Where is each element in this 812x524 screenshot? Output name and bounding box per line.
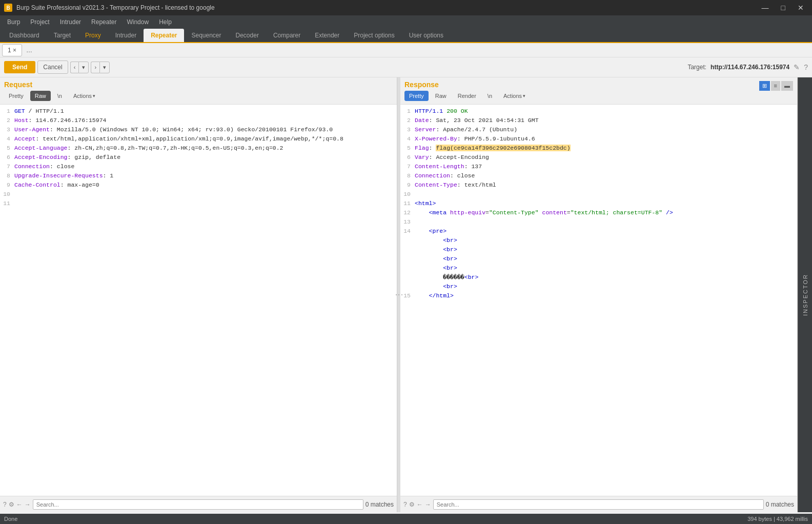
response-tab-actions[interactable]: Actions ▾ bbox=[499, 91, 530, 101]
menu-repeater[interactable]: Repeater bbox=[86, 16, 121, 28]
request-footer: ? ⚙ ← → 0 matches bbox=[0, 496, 397, 512]
resp-line-4: 4 X-Powered-By: PHP/5.5.9-1ubuntu4.6 bbox=[400, 134, 797, 144]
nav-fwd-button[interactable]: › bbox=[91, 62, 99, 73]
response-tab-render[interactable]: Render bbox=[453, 91, 481, 101]
response-title: Response bbox=[404, 80, 439, 89]
response-fwd-icon[interactable]: → bbox=[425, 501, 431, 508]
response-matches-count: 0 matches bbox=[766, 501, 794, 508]
resp-line-11: 11 <html> bbox=[400, 199, 797, 208]
help-icon[interactable]: ? bbox=[804, 63, 808, 71]
request-title: Request bbox=[4, 80, 393, 89]
req-line-1: 1 GET / HTTP/1.1 bbox=[0, 107, 397, 116]
maximize-button[interactable]: □ bbox=[777, 3, 789, 13]
response-tab-newline[interactable]: \n bbox=[483, 91, 497, 101]
title-bar-controls: — □ ✕ bbox=[758, 3, 808, 13]
resp-line-14d: <br> bbox=[400, 264, 797, 273]
nav-fwd-dropdown[interactable]: ▾ bbox=[99, 62, 110, 73]
tab-extender[interactable]: Extender bbox=[308, 29, 347, 42]
request-help-icon[interactable]: ? bbox=[3, 501, 7, 508]
menu-window[interactable]: Window bbox=[121, 16, 154, 28]
resp-line-2: 2 Date: Sat, 23 Oct 2021 04:54:31 GMT bbox=[400, 116, 797, 125]
resp-line-5: 5 Flag: flag(ce9ca14f396c2902e6908043f15… bbox=[400, 144, 797, 153]
status-right: 394 bytes | 43,962 millis bbox=[747, 516, 808, 522]
nav-back-button[interactable]: ‹ bbox=[70, 62, 79, 73]
status-bar: Done 394 bytes | 43,962 millis bbox=[0, 514, 812, 524]
menu-help[interactable]: Help bbox=[154, 16, 177, 28]
resp-line-14c: <br> bbox=[400, 254, 797, 264]
title-bar-title: Burp Suite Professional v2021.3 - Tempor… bbox=[16, 4, 215, 11]
response-tabs: Pretty Raw Render \n Actions ▾ bbox=[404, 91, 793, 101]
req-line-3: 3 User-Agent: Mozilla/5.0 (Windows NT 10… bbox=[0, 125, 397, 134]
req-line-11: 11 bbox=[0, 199, 397, 208]
resp-line-14: 14 <pre> bbox=[400, 227, 797, 236]
response-tab-pretty[interactable]: Pretty bbox=[404, 91, 429, 101]
menu-bar: Burp Project Intruder Repeater Window He… bbox=[0, 15, 812, 29]
request-settings-icon[interactable]: ⚙ bbox=[9, 501, 14, 508]
request-tab-newline[interactable]: \n bbox=[53, 91, 67, 101]
request-fwd-icon[interactable]: → bbox=[25, 501, 31, 508]
tab-comparer[interactable]: Comparer bbox=[266, 29, 308, 42]
response-panel: Response ⊞ ≡ ▬ Pretty Raw Render \n Acti… bbox=[400, 77, 798, 512]
request-tab-pretty[interactable]: Pretty bbox=[4, 91, 28, 101]
tab-sequencer[interactable]: Sequencer bbox=[184, 29, 228, 42]
request-search-input[interactable] bbox=[33, 499, 363, 510]
resp-line-10: 10 bbox=[400, 190, 797, 199]
toolbar: Send Cancel ‹ ▾ › ▾ Target: http://114.6… bbox=[0, 57, 812, 77]
inspector-label: INSPECTOR bbox=[802, 274, 808, 316]
response-settings-icon[interactable]: ⚙ bbox=[409, 501, 415, 508]
inspector-panel[interactable]: INSPECTOR bbox=[798, 77, 812, 512]
target-label: Target: bbox=[687, 64, 706, 71]
nav-back-group: ‹ ▾ bbox=[70, 62, 89, 73]
target-url: http://114.67.246.176:15974 bbox=[710, 64, 789, 71]
request-content: 1 GET / HTTP/1.1 2 Host: 114.67.246.176:… bbox=[0, 105, 397, 496]
request-back-icon[interactable]: ← bbox=[16, 501, 23, 508]
request-matches-count: 0 matches bbox=[366, 501, 394, 508]
tab-target[interactable]: Target bbox=[47, 29, 78, 42]
response-search-input[interactable] bbox=[433, 499, 764, 510]
req-line-7: 7 Connection: close bbox=[0, 162, 397, 171]
menu-intruder[interactable]: Intruder bbox=[55, 16, 86, 28]
menu-burp[interactable]: Burp bbox=[2, 16, 25, 28]
toolbar-right: Target: http://114.67.246.176:15974 ✎ ? bbox=[687, 63, 808, 71]
tab-intruder[interactable]: Intruder bbox=[108, 29, 144, 42]
send-button[interactable]: Send bbox=[4, 61, 35, 73]
req-line-6: 6 Accept-Encoding: gzip, deflate bbox=[0, 153, 397, 162]
cancel-button[interactable]: Cancel bbox=[37, 61, 68, 74]
request-panel-header: Request Pretty Raw \n Actions ▾ bbox=[0, 77, 397, 105]
resp-line-8: 8 Connection: close bbox=[400, 171, 797, 180]
resp-line-15: 15 </html> bbox=[400, 291, 797, 300]
tab-decoder[interactable]: Decoder bbox=[229, 29, 266, 42]
request-tab-actions[interactable]: Actions ▾ bbox=[69, 91, 100, 101]
response-tab-raw[interactable]: Raw bbox=[431, 91, 451, 101]
burp-logo: B bbox=[4, 4, 12, 12]
req-line-9: 9 Cache-Control: max-age=0 bbox=[0, 180, 397, 190]
response-back-icon[interactable]: ← bbox=[417, 501, 423, 508]
view-list-button[interactable]: ≡ bbox=[771, 81, 780, 91]
resp-line-7: 7 Content-Length: 137 bbox=[400, 162, 797, 171]
response-help-icon[interactable]: ? bbox=[403, 501, 407, 508]
tab-proxy[interactable]: Proxy bbox=[78, 29, 108, 42]
sub-tab-more[interactable]: … bbox=[22, 47, 36, 54]
menu-project[interactable]: Project bbox=[25, 16, 54, 28]
minimize-button[interactable]: — bbox=[758, 3, 773, 13]
resp-line-14a: <br> bbox=[400, 236, 797, 245]
view-grid-button[interactable]: ⊞ bbox=[759, 81, 770, 91]
close-button[interactable]: ✕ bbox=[794, 3, 808, 13]
response-content: 1 HTTP/1.1 200 OK 2 Date: Sat, 23 Oct 20… bbox=[400, 105, 797, 496]
tab-project-options[interactable]: Project options bbox=[347, 29, 401, 42]
divider-dots: ⋮ bbox=[394, 291, 404, 299]
tab-dashboard[interactable]: Dashboard bbox=[2, 29, 47, 42]
resp-line-3: 3 Server: Apache/2.4.7 (Ubuntu) bbox=[400, 125, 797, 134]
view-toggle: ⊞ ≡ ▬ bbox=[759, 81, 793, 91]
req-line-8: 8 Upgrade-Insecure-Requests: 1 bbox=[0, 171, 397, 180]
resp-line-14e: ������<br> bbox=[400, 273, 797, 282]
tab-repeater[interactable]: Repeater bbox=[144, 29, 184, 42]
request-tab-raw[interactable]: Raw bbox=[30, 91, 51, 101]
tab-user-options[interactable]: User options bbox=[402, 29, 451, 42]
panel-divider[interactable]: ⋮ bbox=[397, 77, 400, 512]
view-text-button[interactable]: ▬ bbox=[781, 81, 793, 91]
edit-target-icon[interactable]: ✎ bbox=[794, 63, 800, 71]
sub-tab-1[interactable]: 1 × bbox=[2, 44, 22, 56]
nav-back-dropdown[interactable]: ▾ bbox=[78, 62, 89, 73]
resp-line-1: 1 HTTP/1.1 200 OK bbox=[400, 107, 797, 116]
